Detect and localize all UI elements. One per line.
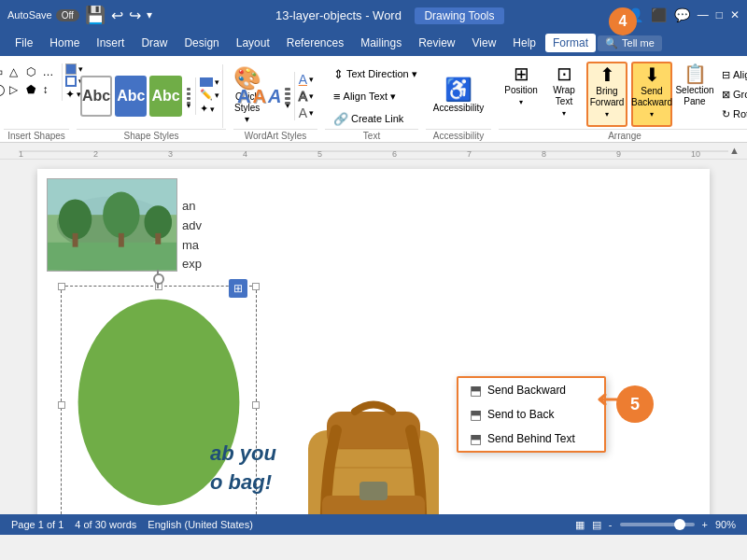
- send-behind-text-item[interactable]: ⬒ Send Behind Text: [458, 427, 604, 451]
- menu-design[interactable]: Design: [176, 34, 226, 52]
- position-button[interactable]: ⊞ Position ▾: [500, 62, 542, 127]
- svg-rect-18: [119, 233, 124, 247]
- title-bar-title: 13-layer-objects - Word Drawing Tools: [275, 8, 503, 22]
- autosave-toggle[interactable]: Off: [56, 9, 79, 21]
- wrap-text-button[interactable]: ⊡ WrapText ▾: [543, 62, 585, 127]
- handle-tr[interactable]: [252, 283, 260, 290]
- svg-text:6: 6: [392, 149, 397, 158]
- zoom-out-button[interactable]: -: [609, 519, 613, 530]
- handle-mr[interactable]: [252, 401, 260, 409]
- zoom-in-button[interactable]: +: [702, 519, 708, 530]
- garden-image: [47, 178, 177, 272]
- wordart-a3[interactable]: A: [268, 86, 281, 107]
- insert-shapes-label: Insert Shapes: [4, 129, 69, 142]
- menu-insert[interactable]: Insert: [89, 34, 132, 52]
- menu-review[interactable]: Review: [411, 34, 462, 52]
- send-backward-icon: ⬒: [470, 383, 482, 398]
- status-right: ▦ ▤ - + 90%: [575, 519, 736, 531]
- redo-icon[interactable]: ↪: [129, 7, 141, 24]
- title-bar-left: AutoSave Off 💾 ↩ ↪ ▾: [7, 5, 152, 25]
- create-link-button[interactable]: 🔗 Create Link: [329, 109, 415, 129]
- layout-icon-1[interactable]: ▦: [575, 519, 585, 531]
- accessibility-label: Accessibility: [426, 129, 491, 142]
- share-icon[interactable]: ⬛: [651, 7, 667, 22]
- menu-mailings[interactable]: Mailings: [353, 34, 409, 52]
- align-text-button[interactable]: ≡ Align Text ▾: [329, 87, 415, 106]
- document-text: an adv ma exp: [182, 197, 369, 274]
- undo-icon[interactable]: ↩: [111, 7, 123, 24]
- shapes-grid: ▭△⬡… ◯▷⬟↕: [0, 63, 60, 101]
- layout-icon-2[interactable]: ▤: [592, 519, 601, 531]
- shape-styles-label: Shape Styles: [77, 129, 226, 142]
- shape-styles-group: Abc Abc Abc ▾ ▾ ✏️ ▾: [77, 60, 226, 142]
- handle-tl[interactable]: [58, 283, 65, 290]
- send-backward-item[interactable]: ⬒ Send Backward: [458, 378, 604, 402]
- drawing-tools-label: Drawing Tools: [415, 7, 503, 24]
- send-backward-dropdown: ⬒ Send Backward ⬒ Send to Back ⬒ Send Be…: [457, 376, 606, 453]
- svg-text:9: 9: [616, 149, 621, 158]
- comments-icon[interactable]: 💬: [674, 7, 690, 22]
- autosave-group: AutoSave Off: [7, 9, 79, 21]
- text-direction-button[interactable]: ⇕ Text Direction ▾: [329, 64, 415, 84]
- menu-help[interactable]: Help: [505, 34, 543, 52]
- send-behind-text-icon: ⬒: [470, 431, 482, 446]
- rotate-handle[interactable]: [153, 273, 164, 285]
- text-fill-btn[interactable]: A ▾: [299, 72, 314, 87]
- svg-text:7: 7: [467, 149, 472, 158]
- layout-options-icon[interactable]: ⊞: [229, 279, 247, 298]
- close-button[interactable]: ✕: [730, 8, 740, 21]
- rotate-button[interactable]: ↻ Rotate ▾: [717, 105, 747, 123]
- send-to-back-item[interactable]: ⬒ Send to Back: [458, 402, 604, 427]
- accessibility-button[interactable]: ♿ Accessibility: [429, 76, 488, 117]
- svg-text:5: 5: [317, 149, 322, 158]
- title-bar-controls: 👤 ⬛ 💬 — □ ✕: [627, 7, 740, 22]
- handle-ml[interactable]: [58, 401, 65, 409]
- align-button[interactable]: ⊟ Align ▾: [717, 66, 747, 84]
- wordart-styles-label: WordArt Styles: [233, 129, 317, 142]
- shape-style-1[interactable]: Abc: [80, 76, 112, 117]
- wordart-a1[interactable]: A: [237, 86, 250, 107]
- minimize-button[interactable]: —: [698, 8, 709, 21]
- shape-style-2[interactable]: Abc: [115, 76, 147, 117]
- menu-references[interactable]: References: [279, 34, 351, 52]
- text-outline-btn[interactable]: A ▾: [299, 89, 314, 104]
- send-backward-button[interactable]: ⬇ SendBackward ▾: [631, 62, 672, 127]
- document-page: an adv ma exp ⊞ ab you o b: [37, 169, 710, 514]
- save-icon[interactable]: 💾: [85, 5, 106, 25]
- zoom-level: 90%: [715, 519, 736, 530]
- group-button[interactable]: ⊠ Group ▾: [717, 86, 747, 104]
- text-group-label: Text: [325, 129, 418, 142]
- shape-outline-small[interactable]: ✏️ ▾: [200, 89, 219, 101]
- menu-layout[interactable]: Layout: [229, 34, 277, 52]
- bring-forward-button[interactable]: ⬆ BringForward ▾: [586, 62, 627, 127]
- menu-format[interactable]: Format: [545, 34, 596, 52]
- maximize-button[interactable]: □: [716, 8, 723, 21]
- zoom-slider[interactable]: [620, 523, 695, 526]
- shape-fill-small[interactable]: ▾: [200, 77, 219, 87]
- menu-home[interactable]: Home: [42, 34, 87, 52]
- document-area: an adv ma exp ⊞ ab you o b: [0, 160, 747, 514]
- badge-4: 4: [609, 7, 637, 35]
- svg-text:1: 1: [19, 149, 23, 158]
- status-bar: Page 1 of 1 4 of 30 words English (Unite…: [0, 514, 747, 535]
- more-icon[interactable]: ▾: [147, 8, 152, 21]
- selection-pane-button[interactable]: 📋 SelectionPane: [674, 62, 715, 127]
- menu-file[interactable]: File: [7, 34, 40, 52]
- status-left: Page 1 of 1 4 of 30 words English (Unite…: [11, 519, 253, 530]
- text-effects-btn[interactable]: A ▾: [299, 105, 314, 120]
- svg-text:3: 3: [168, 149, 173, 158]
- ruler-collapse[interactable]: ▲: [729, 145, 740, 156]
- svg-rect-13: [48, 243, 176, 271]
- insert-shapes-group: ▭△⬡… ◯▷⬟↕ ▾ ▾ ✦: [4, 60, 69, 142]
- wordart-expand[interactable]: ▾: [283, 86, 291, 106]
- wordart-a2[interactable]: A: [252, 86, 265, 107]
- menu-draw[interactable]: Draw: [134, 34, 175, 52]
- shape-effects-small[interactable]: ✦ ▾: [200, 103, 219, 115]
- svg-rect-16: [73, 233, 78, 247]
- svg-rect-26: [359, 482, 388, 500]
- shape-style-3[interactable]: Abc: [149, 76, 181, 117]
- svg-text:8: 8: [542, 149, 546, 158]
- tell-me-box[interactable]: 🔍 Tell me: [598, 35, 662, 51]
- menu-view[interactable]: View: [465, 34, 504, 52]
- shape-styles-expand[interactable]: ▾: [185, 86, 192, 106]
